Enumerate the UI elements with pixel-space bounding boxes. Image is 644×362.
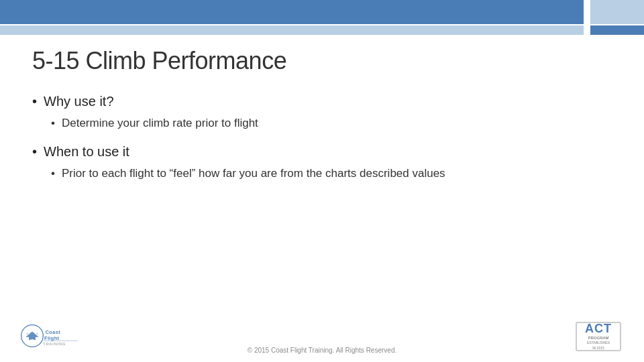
- bullet-main-1-text: Why use it?: [44, 94, 113, 109]
- svg-text:Flight: Flight: [44, 335, 60, 341]
- header-bar-secondary: [0, 25, 584, 35]
- bullet-sub-1: Determine your climb rate prior to fligh…: [51, 115, 612, 132]
- bullet-main-2: When to use it: [32, 144, 612, 160]
- bullet-section-1: Why use it? Determine your climb rate pr…: [32, 94, 612, 132]
- copyright-text: © 2015 Coast Flight Training. All Rights…: [248, 347, 396, 354]
- act-logo: ACT PROGRAM ESTABLISHEDIN 2015: [576, 322, 624, 351]
- svg-point-3: [36, 333, 38, 335]
- footer: © 2015 Coast Flight Training. All Rights…: [0, 347, 644, 354]
- header-bar-main: [0, 0, 584, 24]
- bullet-main-2-text: When to use it: [44, 144, 129, 160]
- header-bar-accent2: [590, 25, 644, 35]
- bullet-section-2: When to use it Prior to each flight to “…: [32, 144, 612, 182]
- slide-title: 5-15 Climb Performance: [32, 47, 612, 75]
- bullet-main-1: Why use it?: [32, 94, 612, 109]
- svg-point-2: [26, 333, 28, 335]
- svg-text:TRAINING: TRAINING: [43, 342, 66, 346]
- slide-content: 5-15 Climb Performance Why use it? Deter…: [32, 47, 612, 322]
- coast-flight-logo: Coast Flight TRAINING: [20, 323, 80, 349]
- bullet-sub-1-text: Determine your climb rate prior to fligh…: [62, 115, 258, 132]
- header-bar-accent-right: [590, 0, 644, 24]
- coast-flight-logo-svg: Coast Flight TRAINING: [20, 323, 80, 349]
- header-decoration: [0, 0, 644, 35]
- act-logo-sub: PROGRAM ESTABLISHEDIN 2015: [587, 336, 610, 351]
- bullet-sub-2: Prior to each flight to “feel” how far y…: [51, 165, 612, 182]
- act-logo-box: ACT PROGRAM ESTABLISHEDIN 2015: [576, 322, 621, 351]
- svg-text:Coast: Coast: [46, 329, 61, 335]
- act-logo-text: ACT: [585, 322, 612, 335]
- svg-marker-1: [25, 331, 39, 340]
- bullet-sub-2-text: Prior to each flight to “feel” how far y…: [62, 165, 445, 182]
